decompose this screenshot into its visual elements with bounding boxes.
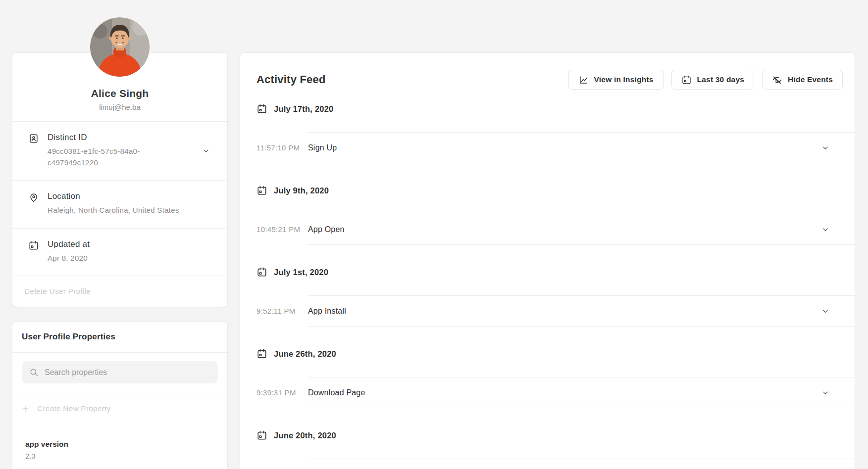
event-row[interactable]: 9:39:31 PM Download Page [256, 377, 855, 408]
user-profile-properties-card: User Profile Properties Create New Prope… [12, 321, 228, 469]
updated-at-row: Updated at Apr 8, 2020 [12, 228, 227, 276]
property-name: app version [25, 440, 214, 449]
calendar-icon [256, 430, 267, 441]
hide-events-label: Hide Events [788, 75, 833, 84]
search-box [22, 361, 218, 383]
event-time: 10:45:21 PM [256, 214, 308, 245]
date-label: July 17th, 2020 [274, 104, 333, 114]
location-row: Location Raleigh, North Carolina, United… [12, 180, 227, 228]
calendar-icon [256, 103, 267, 114]
event-body: Download Page [308, 377, 855, 408]
profile-name: Alice Singh [22, 88, 217, 99]
view-in-insights-label: View in Insights [594, 75, 654, 84]
date-header: July 9th, 2020 [256, 185, 855, 196]
avatar [90, 17, 150, 77]
feed-header: Activity Feed View in Insights Last 30 d… [256, 70, 843, 90]
event-body: App Open [308, 214, 855, 245]
calendar-icon [256, 185, 267, 196]
calendar-icon [28, 240, 39, 251]
profile-card: Alice Singh limuj@he.ba Distinct ID 49cc… [12, 52, 228, 307]
property-value: 2.3 [25, 452, 214, 460]
event-time [256, 459, 308, 469]
hide-events-button[interactable]: Hide Events [762, 70, 843, 90]
last-30-days-label: Last 30 days [697, 75, 744, 84]
date-header: July 1st, 2020 [256, 267, 855, 278]
date-label: June 20th, 2020 [274, 431, 336, 440]
event-time: 11:57:10 PM [256, 132, 308, 163]
event-name: Sign Up [308, 143, 337, 152]
plus-icon [22, 405, 30, 413]
calendar-icon [256, 267, 267, 278]
event-body [308, 459, 855, 469]
chevron-down-icon[interactable] [202, 146, 210, 155]
property-item[interactable]: app version 2.3 [12, 428, 227, 469]
chevron-down-icon[interactable] [821, 307, 830, 316]
feed-group: July 9th, 2020 10:45:21 PM App Open [256, 185, 855, 245]
updated-at-label: Updated at [48, 239, 90, 249]
feed-group: June 26th, 2020 9:39:31 PM Download Page [256, 348, 855, 408]
view-in-insights-button[interactable]: View in Insights [568, 70, 664, 90]
profile-email: limuj@he.ba [22, 103, 217, 111]
event-time: 9:52:11 PM [256, 295, 308, 327]
eye-off-icon [772, 75, 782, 85]
chevron-down-icon[interactable] [821, 143, 830, 152]
location-text: Location Raleigh, North Carolina, United… [48, 191, 179, 216]
last-30-days-button[interactable]: Last 30 days [671, 70, 754, 90]
user-profile-sidebar: Alice Singh limuj@he.ba Distinct ID 49cc… [12, 17, 228, 469]
create-new-property-label: Create New Property [37, 404, 111, 413]
chevron-down-icon[interactable] [821, 225, 830, 234]
date-header: June 26th, 2020 [256, 348, 855, 359]
event-name: App Open [308, 225, 345, 234]
location-value: Raleigh, North Carolina, United States [48, 205, 179, 216]
activity-feed-title: Activity Feed [256, 73, 326, 86]
date-label: June 26th, 2020 [274, 349, 336, 359]
search-icon [29, 368, 39, 377]
distinct-id-text: Distinct ID 49cc0381-e1fc-57c5-84a0-c497… [48, 133, 155, 168]
event-body: Sign Up [308, 132, 855, 163]
event-time: 9:39:31 PM [256, 377, 308, 408]
calendar-icon [681, 75, 692, 85]
distinct-id-row: Distinct ID 49cc0381-e1fc-57c5-84a0-c497… [12, 121, 227, 180]
feed-group: June 20th, 2020 [256, 430, 855, 469]
event-name: App Install [308, 307, 346, 316]
date-label: July 1st, 2020 [274, 268, 328, 277]
distinct-id-label: Distinct ID [48, 133, 155, 142]
event-row[interactable]: 11:57:10 PM Sign Up [256, 132, 855, 163]
create-new-property-button[interactable]: Create New Property [12, 392, 227, 428]
search-properties-input[interactable] [22, 361, 218, 383]
date-header: June 20th, 2020 [256, 430, 855, 441]
event-body: App Install [308, 295, 855, 327]
date-header: July 17th, 2020 [256, 103, 855, 114]
calendar-icon [256, 348, 267, 359]
delete-user-profile-button[interactable]: Delete User Profile [12, 276, 227, 307]
id-badge-icon [28, 133, 39, 144]
properties-search-section [12, 352, 227, 392]
properties-title: User Profile Properties [12, 322, 227, 352]
chevron-down-icon[interactable] [821, 388, 830, 397]
activity-feed-panel: Activity Feed View in Insights Last 30 d… [240, 52, 855, 469]
updated-at-value: Apr 8, 2020 [48, 253, 90, 264]
avatar-photo [90, 17, 150, 77]
line-chart-icon [578, 75, 589, 85]
feed-group: July 1st, 2020 9:52:11 PM App Install [256, 267, 855, 327]
location-label: Location [48, 191, 179, 201]
date-label: July 9th, 2020 [274, 186, 329, 195]
distinct-id-value: 49cc0381-e1fc-57c5-84a0-c497949c1220 [48, 146, 155, 168]
event-row[interactable] [256, 459, 855, 469]
event-name: Download Page [308, 388, 365, 397]
event-row[interactable]: 10:45:21 PM App Open [256, 214, 855, 245]
feed-group: July 17th, 2020 11:57:10 PM Sign Up [256, 103, 855, 163]
location-pin-icon [28, 192, 39, 203]
updated-at-text: Updated at Apr 8, 2020 [48, 239, 90, 264]
feed-actions: View in Insights Last 30 days Hide Event… [568, 70, 843, 90]
event-row[interactable]: 9:52:11 PM App Install [256, 295, 855, 327]
